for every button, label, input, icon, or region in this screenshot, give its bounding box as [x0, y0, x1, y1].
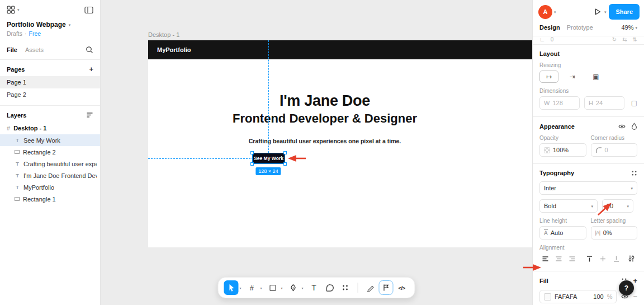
canvas-area[interactable]: Desktop - 1 MyPortfolio I'm Jane Doe Fro… — [101, 0, 532, 305]
add-fill-button[interactable]: + — [633, 277, 637, 284]
annotate-tool[interactable] — [363, 280, 378, 295]
constrain-proportions-icon[interactable]: ▢ — [631, 99, 637, 107]
rotation-value[interactable]: 0 — [551, 36, 554, 43]
tab-prototype[interactable]: Prototype — [567, 24, 593, 31]
main-menu-button[interactable]: ▾ — [7, 6, 20, 14]
add-page-button[interactable]: + — [89, 65, 93, 73]
share-button[interactable]: Share — [609, 4, 640, 20]
corner-radius-input[interactable]: 0 — [591, 143, 638, 157]
layer-row-rectangle-1[interactable]: Rectangle 1 — [0, 193, 100, 205]
text-layer-icon: T — [15, 185, 20, 190]
page-item-2[interactable]: Page 2 — [0, 88, 100, 101]
chevron-down-icon[interactable]: ▾ — [239, 286, 241, 290]
dev-mode-toggle[interactable] — [379, 280, 394, 295]
search-icon[interactable] — [86, 46, 93, 54]
shape-tool[interactable] — [266, 280, 280, 295]
zoom-select[interactable]: 49% ▾ — [621, 24, 637, 31]
page-item-1[interactable]: Page 1 — [0, 76, 100, 88]
selection-handle[interactable] — [250, 151, 254, 154]
layer-row-myportfolio[interactable]: T MyPortfolio — [0, 181, 100, 193]
text-align-right-button[interactable] — [566, 253, 578, 264]
height-input[interactable]: H 24 — [584, 96, 624, 110]
blend-mode-icon[interactable] — [631, 123, 637, 130]
visibility-icon[interactable] — [618, 123, 626, 130]
rectangle-layer-icon — [15, 197, 20, 201]
resize-hug-button[interactable]: ⇥ — [563, 71, 582, 83]
line-height-input[interactable]: A Auto — [539, 226, 586, 240]
flip-vertical-icon[interactable]: ⇅ — [633, 36, 637, 43]
document-title[interactable]: Portfolio Webpage — [7, 21, 66, 29]
design-brand-text: MyPortfolio — [157, 46, 191, 53]
align-middle-button[interactable] — [597, 253, 609, 264]
align-top-button[interactable] — [584, 253, 595, 264]
width-input[interactable]: W 128 — [539, 96, 580, 110]
alignment-label: Alignment — [539, 245, 637, 251]
flip-horizontal-icon[interactable]: ⇆ — [622, 36, 627, 43]
text-align-left-button[interactable] — [539, 253, 551, 264]
type-settings-icon[interactable] — [626, 253, 637, 264]
move-tool[interactable] — [224, 280, 238, 295]
annotation-arrow-cta — [288, 154, 307, 162]
avatar[interactable]: A — [538, 5, 552, 19]
appearance-header: Appearance — [539, 123, 575, 130]
frame-tool[interactable]: # — [244, 280, 259, 295]
selection-handle[interactable] — [283, 151, 287, 154]
pen-icon — [290, 284, 297, 292]
rotate-icon[interactable]: ↻ — [612, 36, 617, 43]
pen-tool[interactable] — [286, 280, 301, 295]
font-family-select[interactable]: Inter ▾ — [539, 181, 637, 195]
tab-design[interactable]: Design — [539, 24, 560, 31]
design-frame[interactable]: MyPortfolio I'm Jane Doe Frontend Develo… — [148, 40, 539, 247]
resize-fixed-width-button[interactable]: ↦ — [539, 71, 558, 83]
help-button[interactable]: ? — [619, 280, 634, 295]
layer-row-crafting[interactable]: T Crafting beautiful user experience — [0, 158, 100, 170]
see-my-work-button[interactable]: See My Work — [253, 153, 285, 163]
layer-label: I'm Jane Doe Frontend Developer — [23, 172, 97, 179]
toggle-panel-icon[interactable] — [84, 6, 93, 14]
actions-tool[interactable] — [338, 280, 353, 295]
layer-label: Rectangle 2 — [23, 149, 56, 156]
tab-assets[interactable]: Assets — [25, 46, 44, 53]
fill-swatch[interactable] — [544, 293, 551, 301]
layers-options-icon[interactable] — [86, 111, 93, 119]
code-tool[interactable]: </> — [395, 280, 409, 295]
layer-row-rectangle-2[interactable]: Rectangle 2 — [0, 146, 100, 158]
zoom-value: 49% — [621, 24, 633, 31]
chevron-down-icon[interactable]: ▾ — [69, 23, 71, 27]
chevron-down-icon[interactable]: ▾ — [281, 286, 283, 290]
font-size-select[interactable]: 20 ▾ — [602, 199, 633, 213]
text-styles-icon[interactable] — [631, 170, 637, 176]
chevron-down-icon[interactable]: ▾ — [302, 286, 304, 290]
text-tool[interactable]: T — [307, 280, 321, 295]
page-item-label: Page 1 — [7, 79, 26, 86]
resize-fill-button[interactable]: ▣ — [586, 71, 605, 83]
layer-row-see-my-work[interactable]: T See My Work — [0, 134, 100, 146]
tab-file[interactable]: File — [7, 46, 17, 53]
letter-spacing-input[interactable]: |A| 0% — [591, 226, 638, 240]
remove-fill-button[interactable]: − — [633, 293, 637, 301]
chevron-down-icon[interactable]: ▾ — [604, 10, 607, 14]
account-menu[interactable]: A ▾ — [538, 5, 556, 19]
layer-label: Crafting beautiful user experience — [23, 161, 97, 167]
selection-handle[interactable] — [250, 162, 254, 166]
line-height-icon: A — [544, 229, 548, 237]
layer-row-jane-doe[interactable]: T I'm Jane Doe Frontend Developer — [0, 170, 100, 181]
fill-color-field[interactable]: FAFAFA 100 % — [539, 290, 617, 303]
chevron-down-icon[interactable]: ▾ — [260, 286, 262, 290]
dimensions-label: Dimensions — [539, 88, 637, 94]
resizing-label: Resizing — [539, 62, 637, 68]
resize-fill-icon: ▣ — [593, 73, 599, 81]
frame-label[interactable]: Desktop - 1 — [148, 31, 179, 38]
layer-frame-desktop-1[interactable]: # Desktop - 1 — [0, 122, 100, 134]
comment-icon — [325, 284, 334, 292]
left-sidebar: ▾ Portfolio Webpage ▾ Drafts · Free File… — [0, 0, 101, 305]
fill-hex-value: FAFAFA — [555, 293, 577, 300]
align-bottom-button[interactable] — [610, 253, 622, 264]
plan-badge[interactable]: Free — [29, 30, 41, 37]
text-align-center-button[interactable] — [553, 253, 565, 264]
selection-handle[interactable] — [283, 162, 287, 166]
font-weight-select[interactable]: Bold ▾ — [539, 199, 598, 213]
present-icon[interactable] — [594, 8, 602, 16]
opacity-input[interactable]: 100% — [539, 143, 586, 157]
comment-tool[interactable] — [323, 280, 337, 295]
